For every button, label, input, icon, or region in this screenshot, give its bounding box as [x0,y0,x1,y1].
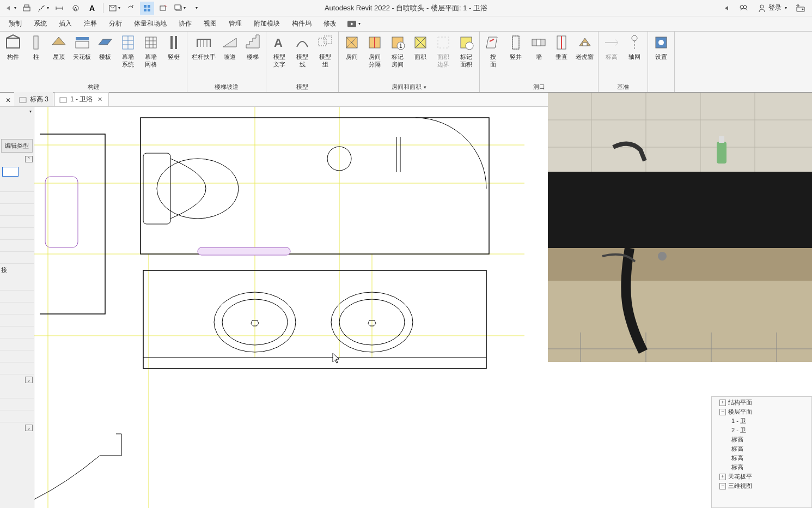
ribbon-grid-button[interactable]: 轴网 [624,33,645,82]
prop-row[interactable] [0,279,34,291]
prop-row[interactable] [0,252,34,264]
login-button[interactable]: 登录 ▾ [754,2,790,14]
ribbon-area-button[interactable]: 面积 [410,33,431,82]
tab-prefab[interactable]: 预制 [3,17,27,31]
ribbon-curtain-grid-button[interactable]: 幕墙 网格 [140,33,162,82]
ribbon-wall-open-button[interactable]: 墙 [528,33,550,82]
prop-row[interactable] [0,410,34,422]
ribbon-model-text-button[interactable]: A模型 文字 [268,33,290,82]
expand-icon[interactable]: + [719,400,726,406]
tab-manage[interactable]: 管理 [223,17,247,31]
tab-modify[interactable]: 修改 [318,17,342,31]
tab-systems[interactable]: 系统 [28,17,52,31]
tab-massing-site[interactable]: 体量和场地 [129,17,172,31]
ribbon-dormer-button[interactable]: 老虎窗 [573,33,596,82]
properties-dropdown[interactable]: ▾ [29,109,32,114]
browser-item[interactable]: +天花板平 [712,472,811,481]
view-tab-bathroom[interactable]: 1 - 卫浴 ✕ [54,92,109,106]
collapse-icon[interactable]: ⌄ [25,425,33,431]
floor-icon [96,34,114,51]
tab-view[interactable]: 视图 [198,17,222,31]
tag-button[interactable]: A [69,2,83,15]
view-tab-level3[interactable]: 标高 3 [14,92,53,106]
tab-insert[interactable]: 插入 [53,17,77,31]
text-button[interactable]: A [85,2,99,15]
prop-row[interactable] [0,362,34,374]
keyboard-shortcuts-icon[interactable] [737,2,751,15]
ribbon-roof-button[interactable]: 屋顶 [48,33,70,82]
ribbon-settings-button[interactable]: 设置 [650,33,672,83]
ribbon-vertical-button[interactable]: 垂直 [551,33,572,82]
prop-row[interactable] [0,204,34,216]
expand-icon[interactable]: − [719,483,726,489]
tab-addins[interactable]: 附加模块 [248,17,285,31]
measure-button[interactable]: ▾ [36,2,50,15]
prop-row[interactable] [0,326,34,338]
expand-icon[interactable]: + [719,474,726,480]
ribbon-railing-button[interactable]: 栏杆扶手 [190,33,218,82]
browser-item[interactable]: 标高 [712,453,811,463]
view-button[interactable]: ▾ [107,2,121,15]
ribbon-model-group-button[interactable]: 模型 组 [314,33,336,82]
ribbon-ramp-button[interactable]: 坡道 [219,33,241,82]
ribbon-model-line-button[interactable]: 模型 线 [291,33,313,82]
expand-icon[interactable]: − [719,409,726,415]
undo-button[interactable]: ▾ [3,2,17,15]
ribbon-floor-button[interactable]: 楼板 [94,33,116,82]
close-inactive-button[interactable] [156,2,170,15]
ribbon-room-sep-button[interactable]: 房间 分隔 [364,33,386,82]
prop-row[interactable] [0,228,34,240]
prop-row[interactable] [0,398,34,410]
browser-item[interactable]: 1 - 卫 [712,416,811,426]
prop-row[interactable] [0,350,34,362]
ribbon-area-tag-button[interactable]: 标记 面积 [455,33,477,82]
prop-row[interactable] [0,303,34,315]
print-button[interactable] [20,2,34,15]
ribbon-room-tag-button[interactable]: 1标记 房间 [387,33,408,82]
collapse-icon[interactable]: ⌄ [25,377,33,383]
edit-type-button[interactable]: 编辑类型 [1,139,33,153]
tab-annotate[interactable]: 注释 [78,17,102,31]
tab-analyze[interactable]: 分析 [103,17,127,31]
play-button[interactable]: ▾ [347,21,361,27]
ribbon-stair-button[interactable]: 楼梯 [242,33,264,82]
prop-row[interactable] [0,216,34,228]
prop-row[interactable] [0,180,34,192]
prop-row[interactable] [0,338,34,350]
tab-collaborate[interactable]: 协作 [173,17,197,31]
prop-row[interactable] [0,386,34,398]
ribbon-ceiling-button[interactable]: 天花板 [71,33,93,82]
browser-item[interactable]: 标高 [712,435,811,444]
ribbon-column-button[interactable]: 柱 [25,33,47,82]
browser-item[interactable]: +结构平面 [712,398,811,407]
browser-item[interactable]: 2 - 卫 [712,426,811,435]
close-tab-icon[interactable]: ✕ [96,96,104,103]
search-collapse-icon[interactable] [719,2,734,15]
ribbon-room-button[interactable]: 房间 [341,33,363,82]
ribbon-byface-button[interactable]: 按 面 [482,33,504,82]
thin-lines-button[interactable] [140,2,154,15]
ribbon-shaft-button[interactable]: 竖井 [505,33,527,82]
prop-row[interactable] [0,291,34,303]
customize-quick-access[interactable]: ▾ [189,2,203,15]
ribbon-curtain-system-button[interactable]: 幕墙 系统 [117,33,139,82]
browser-item[interactable]: 标高 [712,444,811,453]
switch-windows-button[interactable]: ▾ [173,2,187,15]
browser-item[interactable]: −楼层平面 [712,407,811,416]
prop-input[interactable] [2,167,19,177]
ribbon-mullion-button[interactable]: 竖梃 [163,33,185,82]
dimension-button[interactable] [52,2,66,15]
prop-row[interactable] [0,192,34,204]
tab-goujianwu[interactable]: 构件坞 [286,17,317,31]
ribbon-item-label: 面积 [414,53,426,61]
ribbon-component-button[interactable]: 构件 [2,33,24,82]
exchange-apps-icon[interactable] [793,2,808,15]
browser-item[interactable]: 标高 [712,463,811,472]
prop-row[interactable] [0,240,34,252]
close-panel-icon[interactable]: ✕ [2,94,14,106]
browser-item[interactable]: −三维视图 [712,481,811,491]
ribbon-group: 按 面竖井墙垂直老虎窗洞口 [480,32,599,92]
expand-icon[interactable]: ⌃ [25,156,33,162]
prop-row[interactable] [0,315,34,326]
sync-button[interactable] [124,2,138,15]
